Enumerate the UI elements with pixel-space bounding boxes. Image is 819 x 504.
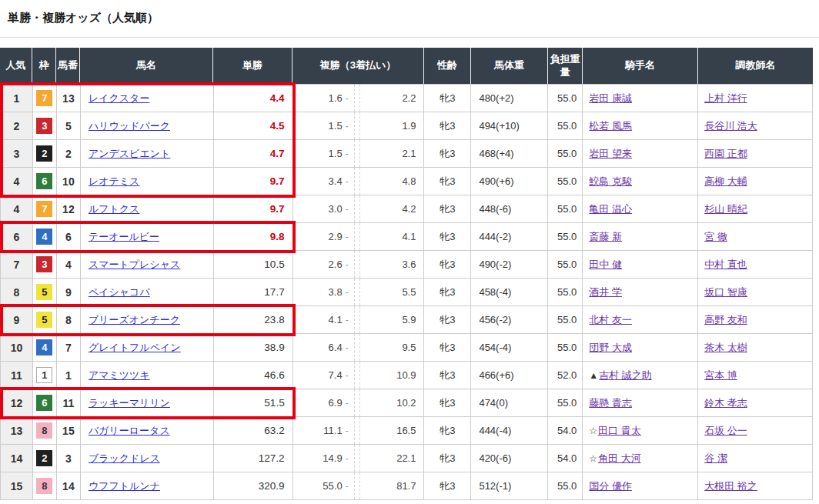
sex-age-cell: 牝3 — [424, 389, 471, 416]
horse-number-cell: 2 — [57, 140, 81, 167]
trainer-cell: 高野 友和 — [698, 306, 813, 333]
rank-cell: 4 — [1, 168, 33, 195]
place-odds-high: 5.5 — [360, 286, 424, 298]
place-odds-cell: 1.6-2.2 — [293, 85, 425, 112]
place-odds-low: 6.4 — [293, 342, 343, 353]
place-odds-low: 2.9 — [293, 231, 343, 242]
jockey-link[interactable]: 松若 風馬 — [589, 119, 632, 133]
sex-age-cell: 牝3 — [424, 334, 471, 361]
trainer-link[interactable]: 石坂 公一 — [704, 424, 747, 438]
place-odds-cell: 6.4-9.5 — [293, 334, 425, 361]
horse-name-link[interactable]: ウフフトルンナ — [89, 479, 160, 493]
trainer-link[interactable]: 上村 洋行 — [704, 92, 747, 105]
jockey-link[interactable]: 北村 友一 — [589, 313, 632, 327]
horse-name-link[interactable]: アンデスビエント — [89, 147, 170, 161]
jockey-link[interactable]: 岩田 望来 — [589, 147, 632, 161]
trainer-cell: 宮 徹 — [698, 223, 813, 250]
jockey-link[interactable]: 岩田 康誠 — [589, 92, 632, 105]
place-odds-cell: 4.1-5.9 — [293, 306, 425, 333]
horse-name-link[interactable]: レイクスター — [89, 92, 150, 105]
trainer-link[interactable]: 長谷川 浩大 — [704, 119, 757, 133]
jockey-link[interactable]: 田中 健 — [589, 258, 622, 272]
jockey-link[interactable]: 吉村 誠之助 — [599, 369, 652, 382]
jockey-link[interactable]: 角田 大河 — [598, 452, 641, 466]
jockey-link[interactable]: 酒井 学 — [589, 285, 622, 299]
jockey-link[interactable]: 国分 優作 — [589, 479, 632, 493]
horse-name-link[interactable]: ブラックドレス — [89, 452, 160, 466]
horse-name-link[interactable]: ブリーズオンチーク — [89, 313, 180, 327]
header-sex-age: 性齢 — [424, 48, 471, 84]
trainer-link[interactable]: 中村 直也 — [704, 258, 747, 272]
frame-cell: 4 — [33, 334, 57, 361]
horse-name-link[interactable]: レオテミス — [89, 175, 140, 189]
jockey-link[interactable]: 藤懸 貴志 — [589, 396, 632, 410]
horse-name-cell: バガリーロータス — [81, 417, 214, 444]
jockey-cell: 国分 優作 — [583, 472, 698, 499]
horse-name-cell: ルフトクス — [81, 195, 214, 222]
win-odds-cell: 9.8 — [214, 223, 293, 250]
table-row: 1111アマミツツキ46.67.4-10.9牝3466(+6)52.0▲吉村 誠… — [0, 362, 813, 389]
place-odds-low: 6.9 — [293, 397, 343, 409]
horse-name-link[interactable]: グレイトフルペイン — [89, 341, 181, 355]
jockey-link[interactable]: 団野 大成 — [589, 341, 632, 355]
range-dash: - — [346, 176, 349, 187]
horse-name-link[interactable]: スマートプレシャス — [89, 258, 180, 272]
table-body: 1713レイクスター4.41.6-2.2牝3480(+2)55.0岩田 康誠上村… — [0, 85, 813, 500]
horse-name-link[interactable]: ハリウッドパーク — [89, 119, 170, 133]
sex-age-cell: 牝3 — [424, 306, 471, 333]
jockey-link[interactable]: 鮫島 克駿 — [589, 175, 632, 189]
win-odds-cell: 320.9 — [214, 472, 293, 499]
trainer-link[interactable]: 茶木 太樹 — [704, 341, 747, 355]
range-dash: - — [346, 426, 349, 436]
frame-badge: 4 — [36, 339, 52, 355]
place-odds-low: 1.5 — [293, 148, 343, 159]
place-odds-cell: 1.5-1.9 — [293, 112, 425, 139]
horse-number-cell: 7 — [57, 334, 81, 361]
trainer-link[interactable]: 鈴木 孝志 — [704, 396, 747, 410]
horse-name-cell: アンデスビエント — [81, 140, 214, 167]
frame-cell: 1 — [33, 362, 57, 389]
rank-cell: 7 — [1, 251, 33, 278]
horse-name-cell: ペイシャコパ — [81, 279, 214, 305]
jockey-cell: 団野 大成 — [583, 334, 698, 361]
table-row: 4610レオテミス9.73.4-4.8牝3490(+6)55.0鮫島 克駿高柳 … — [0, 168, 813, 195]
horse-name-cell: ラッキーマリリン — [81, 389, 214, 416]
trainer-link[interactable]: 杉山 晴紀 — [704, 202, 747, 216]
trainer-link[interactable]: 宮本 博 — [704, 369, 737, 382]
range-dash: - — [346, 204, 349, 215]
header-jockey: 騎手名 — [583, 48, 698, 84]
dashed-divider — [354, 223, 360, 250]
frame-cell: 6 — [33, 168, 57, 195]
jockey-link[interactable]: 田口 貴太 — [598, 424, 641, 438]
horse-number-cell: 9 — [57, 279, 81, 305]
impost-cell: 55.0 — [548, 223, 583, 250]
jockey-cell: 北村 友一 — [583, 306, 698, 333]
win-odds-value: 46.6 — [264, 369, 284, 381]
trainer-link[interactable]: 高柳 大輔 — [704, 175, 747, 189]
jockey-link[interactable]: 亀田 温心 — [589, 202, 632, 216]
place-odds-high: 4.1 — [360, 231, 424, 242]
trainer-link[interactable]: 谷 潔 — [704, 452, 727, 466]
place-odds-cell: 2.6-3.6 — [293, 251, 425, 278]
horse-name-link[interactable]: ルフトクス — [89, 202, 140, 216]
trainer-link[interactable]: 宮 徹 — [704, 230, 727, 244]
range-dash: - — [346, 398, 349, 409]
impost-cell: 55.0 — [548, 168, 583, 195]
horse-weight-cell: 468(+4) — [471, 140, 548, 167]
horse-name-link[interactable]: アマミツツキ — [89, 369, 150, 382]
jockey-cell: 松若 風馬 — [583, 112, 698, 139]
horse-name-link[interactable]: ペイシャコパ — [89, 285, 150, 299]
horse-weight-cell: 490(+6) — [471, 168, 548, 195]
place-odds-range: 6.4-9.5 — [293, 334, 424, 361]
header-sex-age-label: 性齢 — [437, 59, 457, 72]
horse-name-link[interactable]: テーオールビー — [89, 230, 159, 244]
trainer-link[interactable]: 高野 友和 — [704, 313, 747, 327]
jockey-link[interactable]: 斎藤 新 — [589, 230, 622, 244]
horse-name-link[interactable]: バガリーロータス — [89, 424, 170, 438]
horse-name-link[interactable]: ラッキーマリリン — [89, 396, 170, 410]
trainer-link[interactable]: 大根田 裕之 — [704, 479, 757, 493]
trainer-link[interactable]: 西園 正都 — [704, 147, 747, 161]
win-odds-cell: 4.5 — [214, 112, 293, 139]
trainer-link[interactable]: 坂口 智康 — [704, 285, 747, 299]
range-dash: - — [346, 149, 349, 159]
